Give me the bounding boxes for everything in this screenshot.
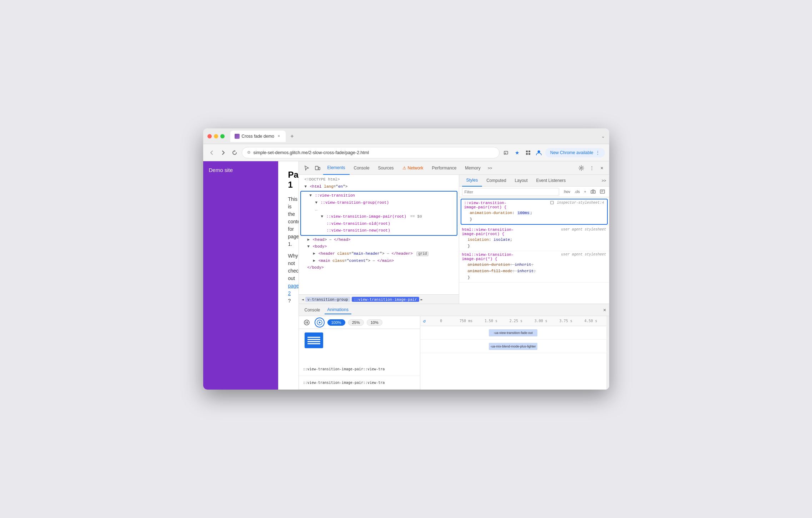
filter-cls-button[interactable]: .cls (573, 189, 581, 194)
cast-icon[interactable] (502, 148, 511, 157)
view-transition-new-line[interactable]: ::view-transition-new(root) (301, 227, 457, 234)
profile-icon[interactable] (535, 148, 543, 157)
view-transition-image-pair-line[interactable]: ▼ ::view-transition-image-pair(root) == … (301, 213, 457, 220)
tab-more[interactable]: >> (485, 164, 495, 172)
body-close-line: </body> (299, 264, 459, 271)
view-transition-line[interactable]: ▼ ::view-transition (301, 192, 457, 199)
rule-selector-ua1: user agent stylesheet html::view-transit… (462, 228, 606, 236)
devtools-more-icon[interactable]: ⋮ (587, 163, 597, 173)
anim-pause-button[interactable] (302, 318, 312, 327)
doctype-line: <!DOCTYPE html> (299, 176, 459, 183)
tab-close-icon[interactable]: × (276, 134, 281, 139)
page2-link[interactable]: page 2 (288, 283, 299, 296)
anim-group-icon[interactable] (305, 332, 323, 348)
anim-speed-100[interactable]: 100% (327, 319, 345, 326)
breadcrumb-image-pair[interactable]: ::view-transition-image-pair (352, 297, 419, 302)
style-rule-inspector: inspector-stylesheet:4 ::view-transition… (461, 199, 608, 225)
tab-memory[interactable]: Memory (461, 161, 485, 175)
ruler-marks: 0 750 ms 1.50 s 2.25 s 3.00 s 3.75 s 4.5… (428, 319, 603, 323)
rule-prop-anim-fill-strikethrough: animation-fill-mode: inherit; (462, 268, 606, 275)
tab-computed[interactable]: Computed (482, 175, 510, 187)
filter-add-button[interactable]: + (583, 189, 588, 194)
devtools-close-button[interactable]: × (598, 164, 606, 172)
active-tab[interactable]: Cross fade demo × (230, 131, 286, 142)
rule-close-brace: } (464, 217, 604, 223)
anim-play-button[interactable] (315, 318, 325, 327)
tab-console[interactable]: Console (350, 161, 374, 175)
address-input[interactable]: ⚙ simple-set-demos.glitch.me/2-slow-cros… (242, 147, 500, 158)
devtools-select-icon[interactable] (302, 163, 312, 173)
devtools-tabs: Elements Console Sources ⚠ Network Perfo… (323, 161, 576, 175)
tab-layout[interactable]: Layout (511, 175, 532, 187)
style-rule-ua1: user agent stylesheet html::view-transit… (459, 226, 609, 251)
view-transition-group-line[interactable]: ▼ ::view-transition-group(root) (301, 199, 457, 207)
tab-title: Cross fade demo (242, 134, 274, 139)
breadcrumb-forward[interactable]: ► (421, 297, 423, 301)
main-area: Demo site Page 1 This is the content for… (203, 161, 609, 390)
styles-filter-bar: :hov .cls + (459, 187, 609, 197)
timeline-label-2: ::view-transition-image-pair::view-tra (299, 376, 420, 390)
bottom-panel: Console Animations × (299, 304, 609, 390)
styles-tab-more[interactable]: >> (602, 178, 606, 183)
view-transition-old-line[interactable]: ::view-transition-old(root) (301, 220, 457, 228)
tab-styles[interactable]: Styles (462, 175, 482, 187)
close-button[interactable] (207, 134, 212, 138)
filter-icon2[interactable] (598, 189, 606, 195)
new-chrome-button[interactable]: New Chrome available ⋮ (545, 148, 605, 157)
maximize-button[interactable] (220, 134, 225, 138)
extension-icon[interactable] (524, 148, 532, 157)
devtools-device-icon[interactable] (312, 163, 322, 173)
devtools-settings-icon[interactable] (576, 163, 586, 173)
tab-event-listeners[interactable]: Event Listeners (532, 175, 570, 187)
filter-hov-button[interactable]: :hov (562, 189, 572, 194)
refresh-button[interactable] (230, 148, 239, 157)
tab-performance[interactable]: Performance (428, 161, 461, 175)
breadcrumb-transition-group[interactable]: v-transition-group (305, 297, 350, 302)
page-content: Page 1 This is the content for page 1. W… (278, 161, 299, 390)
ruler-mark-750: 750 ms (453, 319, 478, 323)
anim-controls: 100% 25% 10% (299, 316, 420, 329)
timeline-scrollbar[interactable] (606, 316, 609, 390)
traffic-lights (207, 134, 225, 138)
svg-point-16 (304, 320, 309, 325)
bottom-tab-animations[interactable]: Animations (325, 306, 351, 314)
ruler-refresh-icon[interactable]: ↺ (423, 318, 426, 324)
view-transition-selected-box: ▼ ::view-transition ▼ ::view-transition-… (300, 191, 457, 236)
anim-speed-10[interactable]: 10% (367, 319, 382, 326)
timeline-row-1: -ua-view-transition-fade-out (420, 326, 606, 340)
svg-rect-7 (315, 166, 318, 170)
bottom-panel-close[interactable]: × (603, 307, 606, 313)
body-open-line[interactable]: ▼ <body> (299, 243, 459, 250)
new-tab-button[interactable]: + (287, 131, 297, 141)
timeline-rows: -ua-view-transition-fade-out -ua-mix-ble… (420, 326, 606, 390)
new-chrome-more-icon: ⋮ (596, 150, 600, 155)
main-line[interactable]: ► <main class="content"> ⋯ </main> (299, 258, 459, 265)
styles-filter-input[interactable] (462, 188, 559, 196)
tab-elements[interactable]: Elements (323, 161, 350, 175)
svg-point-1 (504, 153, 505, 154)
bottom-tab-console[interactable]: Console (302, 306, 323, 314)
bookmark-icon[interactable]: ★ (513, 148, 522, 157)
back-button[interactable] (207, 148, 216, 157)
minimize-button[interactable] (214, 134, 218, 138)
tab-network[interactable]: ⚠ Network (398, 161, 428, 175)
browser-window: Cross fade demo × + ⌄ ⚙ simple-set-demos… (203, 128, 609, 390)
content-line1: This is the content for page 1. (288, 195, 289, 248)
elements-content: <!DOCTYPE html> ▼ <html lang="en"> ▼ ::v… (299, 175, 459, 294)
svg-rect-2 (526, 151, 528, 152)
timeline-bar-1[interactable]: -ua-view-transition-fade-out (489, 329, 537, 336)
anim-speed-25[interactable]: 25% (348, 319, 364, 326)
tab-expand-button[interactable]: ⌄ (601, 134, 605, 139)
head-line[interactable]: ► <head> ⋯ </head> (299, 237, 459, 244)
new-chrome-label: New Chrome available (550, 150, 593, 155)
svg-rect-3 (528, 151, 530, 152)
ruler-mark-0: 0 (428, 319, 453, 323)
breadcrumb-back[interactable]: ◄ (302, 297, 304, 301)
header-line[interactable]: ► <header class="main-header"> ⋯ </heade… (299, 250, 459, 258)
timeline-bar-2[interactable]: -ua-mix-blend-mode-plus-lighter (489, 343, 537, 350)
tab-sources[interactable]: Sources (374, 161, 398, 175)
elements-panel: <!DOCTYPE html> ▼ <html lang="en"> ▼ ::v… (299, 175, 459, 304)
forward-button[interactable] (219, 148, 227, 157)
filter-screenshot-icon[interactable] (589, 189, 597, 195)
site-security-icon: ⚙ (247, 150, 251, 155)
